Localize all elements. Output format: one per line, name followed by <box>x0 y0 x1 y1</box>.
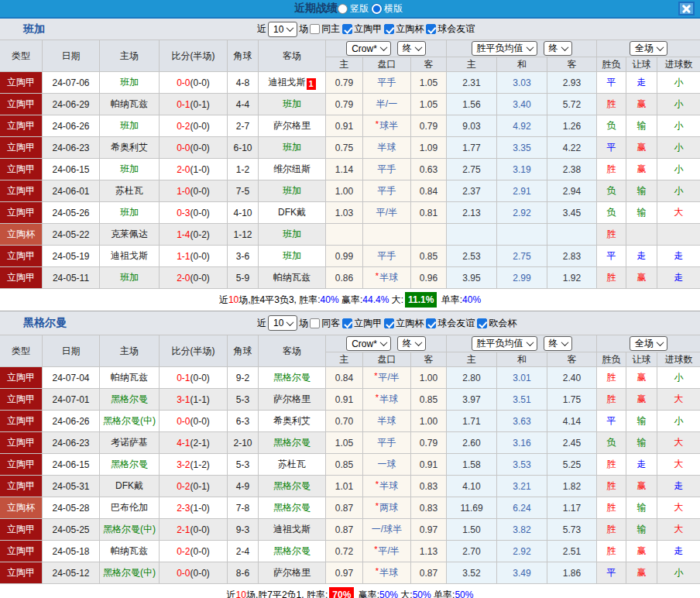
corner-cell: 2-10 <box>228 432 259 454</box>
checkbox-checked[interactable] <box>384 24 394 34</box>
red-card-badge: 1 <box>307 78 316 90</box>
avg-stage-select[interactable]: 终 <box>544 41 572 56</box>
avg-home-cell <box>447 224 497 246</box>
checkbox-unchecked[interactable] <box>310 24 320 34</box>
home-team-cell: 黑格尔曼 <box>100 389 160 411</box>
star-icon: * <box>376 393 379 402</box>
handicap-cell: *半球 <box>363 476 411 497</box>
handicap-result-cell: 赢 <box>626 267 657 289</box>
checkbox-checked[interactable] <box>384 318 394 328</box>
summary-segment: 10 <box>228 294 238 305</box>
odds-stage-select[interactable]: 终 <box>397 336 426 351</box>
odds-source-select[interactable]: Crow* <box>346 41 391 56</box>
page-title: 近期战绩 <box>294 2 338 15</box>
table-header-row-1: 类型日期主场比分(半场)角球客场Crow*终胜平负均值终全场 <box>0 335 700 352</box>
halftime-score: (1-2) <box>190 459 210 470</box>
date-cell: 24-06-29 <box>43 94 100 115</box>
column-header: 盘口 <box>363 57 411 72</box>
away-odds-cell: 0.84 <box>411 180 447 202</box>
fulltime-score: 0-0 <box>177 77 190 88</box>
match-row: 立陶甲24-05-31DFK戴0-2(0-1)4-9黑格尔曼1.01*半球0.8… <box>0 476 700 497</box>
away-team-name: 苏杜瓦 <box>278 459 306 469</box>
away-team-cell: 萨尔格里 <box>259 389 326 411</box>
games-label: 场 <box>299 317 308 330</box>
match-row: 立陶甲24-06-29帕纳瓦兹0-1(0-1)4-4班加0.79半/一1.051… <box>0 94 700 115</box>
odds-source-select[interactable]: Crow* <box>346 336 391 351</box>
league-type-cell: 立陶杯 <box>0 497 43 519</box>
match-count-select[interactable]: 10 <box>268 22 297 37</box>
period-select-value: 全场 <box>635 42 654 55</box>
home-team-name: 黑格尔曼(中) <box>103 567 156 578</box>
goals-result-cell: 大 <box>657 202 700 224</box>
avg-type-select[interactable]: 胜平负均值 <box>472 336 537 351</box>
result-cell: 胜 <box>597 159 626 180</box>
checkbox-checked[interactable] <box>477 318 487 328</box>
checkbox-label: 立陶杯 <box>396 317 424 330</box>
close-button[interactable] <box>678 2 695 15</box>
league-type-cell: 立陶甲 <box>0 432 43 454</box>
period-select[interactable]: 全场 <box>630 41 667 56</box>
column-header: 进球数 <box>657 57 700 72</box>
away-team-name: 班加 <box>283 229 301 239</box>
avg-stage-select[interactable]: 终 <box>544 336 572 351</box>
match-count-select[interactable]: 10 <box>268 315 297 331</box>
away-team-name: 维尔纽斯 <box>273 163 311 174</box>
result-cell: 胜 <box>597 454 626 476</box>
home-odds-cell: 0.79 <box>326 72 363 94</box>
away-team-name: 班加 <box>283 142 301 153</box>
goals-result-cell: 走 <box>657 476 700 497</box>
handicap-result-cell: 输 <box>626 497 657 519</box>
horizontal-layout-radio[interactable] <box>372 4 382 14</box>
checkbox-checked[interactable] <box>426 318 436 328</box>
avg-home-cell: 2.70 <box>447 541 497 562</box>
goals-result-cell: 小 <box>657 94 700 115</box>
away-team-cell: 班加 <box>259 246 326 267</box>
handicap-cell: *半球 <box>363 267 411 289</box>
odds-stage-select[interactable]: 终 <box>397 41 426 56</box>
checkbox-unchecked[interactable] <box>310 318 320 328</box>
match-row: 立陶甲24-05-12黑格尔曼(中)0-0(0-0)8-6萨尔格里0.97*半球… <box>0 562 700 584</box>
filter-controls: 近10场同客立陶甲立陶杯球会友谊欧会杯 <box>256 315 519 331</box>
star-icon: * <box>374 545 377 554</box>
date-cell: 24-05-18 <box>43 541 100 562</box>
checkbox-checked[interactable] <box>342 24 352 34</box>
avg-type-select-value: 胜平负均值 <box>477 337 523 350</box>
away-team-cell: 苏杜瓦 <box>259 454 326 476</box>
summary-segment: 10 <box>236 589 246 598</box>
checkbox-checked[interactable] <box>426 24 436 34</box>
vertical-layout-radio[interactable] <box>338 4 348 14</box>
filter-checkbox-item: 同主 <box>310 22 340 36</box>
handicap-cell: 平手 <box>363 246 411 267</box>
checkbox-label: 球会友谊 <box>438 317 475 330</box>
checkbox-checked[interactable] <box>342 318 352 328</box>
corner-cell: 9-2 <box>228 367 259 389</box>
halftime-score: (0-1) <box>190 481 210 492</box>
handicap-text: 平手 <box>378 437 396 448</box>
score-cell: 0-1(0-1) <box>160 94 228 115</box>
avg-home-cell: 2.75 <box>447 159 497 180</box>
corner-cell: 3-6 <box>228 246 259 267</box>
away-odds-cell: 0.91 <box>411 454 447 476</box>
match-row: 立陶杯24-05-28巴布伦加2-3(1-0)7-8黑格尔曼0.87*两球0.8… <box>0 497 700 519</box>
home-team-name: 班加 <box>120 272 139 283</box>
fulltime-score: 0-2 <box>177 121 190 132</box>
result-cell: 胜 <box>597 519 626 541</box>
date-cell: 24-06-26 <box>43 411 100 432</box>
score-cell: 4-1(2-1) <box>160 432 228 454</box>
away-odds-cell: 0.79 <box>411 432 447 454</box>
match-row: 立陶甲24-07-04帕纳瓦兹0-1(0-0)9-2黑格尔曼0.84*平/半1.… <box>0 367 700 389</box>
games-label: 场 <box>299 22 308 36</box>
column-header: 客 <box>547 57 597 72</box>
away-odds-cell: 0.87 <box>411 562 447 584</box>
avg-draw-cell: 3.16 <box>497 432 547 454</box>
near-label: 近 <box>257 317 266 330</box>
away-team-name: 班加 <box>283 185 301 196</box>
date-cell: 24-06-23 <box>43 137 100 159</box>
recent-results-window: 近期战绩 竖版 横版 班加近10场同主立陶甲立陶杯球会友谊类型日期主场比分(半场… <box>0 0 700 598</box>
home-team-name: 迪祖戈斯 <box>111 250 148 261</box>
period-select[interactable]: 全场 <box>630 336 667 351</box>
corner-cell: 7-5 <box>228 180 259 202</box>
handicap-result-cell: 赢 <box>626 94 657 115</box>
league-type-cell: 立陶甲 <box>0 115 43 137</box>
avg-type-select[interactable]: 胜平负均值 <box>472 41 537 56</box>
